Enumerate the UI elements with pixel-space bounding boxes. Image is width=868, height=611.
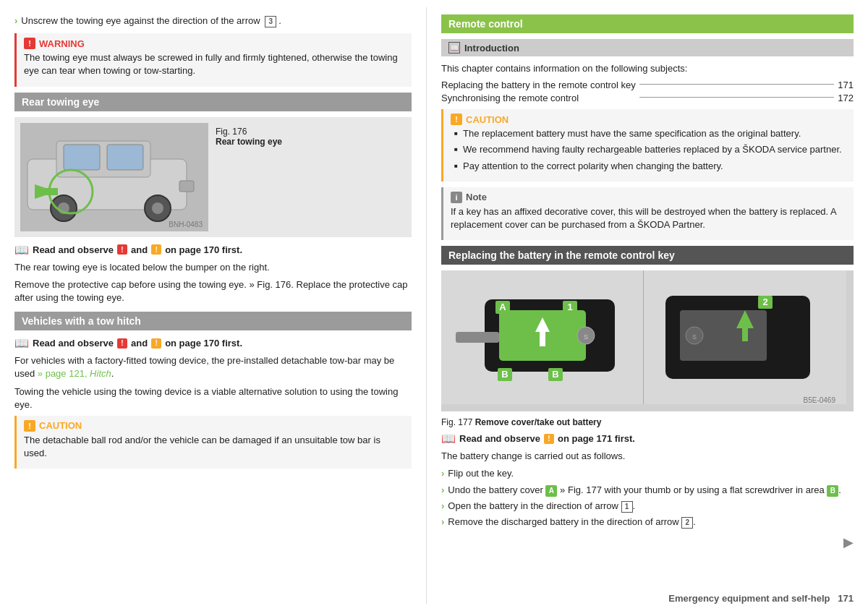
rear-towing-header: Rear towing eye: [14, 93, 412, 111]
note-title-right: i Note: [451, 192, 846, 203]
note-text-right: If a key has an affixed decorative cover…: [451, 205, 846, 231]
step-arrow: ›: [14, 14, 17, 27]
intro-step-text: Unscrew the towing eye against the direc…: [21, 14, 281, 27]
svg-rect-3: [107, 145, 143, 170]
caution-text-left: The detachable ball rod and/or the vehic…: [24, 434, 404, 460]
warn-icon-inline-2: !: [117, 338, 127, 349]
caution-title-right: ! CAUTION: [451, 114, 846, 125]
fig-caption-box: Fig. 176 Rear towing eye: [216, 123, 282, 147]
tow-para2: Towing the vehicle using the towing devi…: [14, 385, 412, 411]
rear-para1: The rear towing eye is located below the…: [14, 261, 412, 274]
step-3: › Open the battery in the direction of a…: [441, 500, 854, 513]
intro-step: › Unscrew the towing eye against the dir…: [14, 14, 412, 27]
fig-label: Fig. 176: [216, 127, 282, 137]
svg-text:B: B: [552, 369, 558, 380]
svg-text:B: B: [501, 369, 508, 380]
rear-towing-image-box: BNH-0483 Fig. 176 Rear towing eye: [14, 117, 412, 237]
caution-box-left: ! CAUTION The detachable ball rod and/or…: [14, 416, 412, 469]
book-intro-icon: 📖: [448, 42, 460, 54]
key-diagram-svg: A 1 B B S: [441, 270, 846, 411]
step-arrow-2: ›: [441, 484, 444, 497]
caution-icon-inline-3: !: [544, 434, 554, 444]
image-ref-left: BNH-0483: [166, 219, 205, 230]
svg-rect-2: [64, 145, 100, 170]
toc-dots-0: [639, 84, 834, 85]
car-image-container: BNH-0483: [20, 123, 208, 231]
caution-box-right: ! CAUTION The replacement battery must h…: [441, 109, 854, 181]
replacing-battery-header: Replacing the battery in the remote cont…: [441, 246, 854, 265]
warning-text: The towing eye must always be screwed in…: [24, 51, 404, 77]
toc-dots-1: [639, 97, 834, 98]
step-arrow-1: ›: [441, 467, 444, 480]
toc-list: Replacing the battery in the remote cont…: [441, 80, 854, 103]
num-badge: 3: [265, 16, 276, 27]
left-column: › Unscrew the towing eye against the dir…: [0, 7, 427, 604]
tow-para1: For vehicles with a factory-fitted towin…: [14, 354, 412, 380]
rear-para2: Remove the protective cap before using t…: [14, 278, 412, 304]
toc-entry-1: Synchronising the remote control 172: [441, 93, 854, 103]
step-2-text: Undo the battery cover A » Fig. 177 with…: [448, 484, 841, 497]
fig-caption: Rear towing eye: [216, 137, 282, 147]
caution-icon-left: !: [24, 420, 35, 432]
toc-label-0: Replacing the battery in the remote cont…: [441, 80, 636, 90]
note-box-right: i Note If a key has an affixed decorativ…: [441, 187, 854, 240]
label-A: A: [545, 485, 557, 497]
book-icon-2: 📖: [14, 336, 29, 350]
introduction-header: 📖 Introduction: [441, 39, 854, 56]
toc-page-0: 171: [838, 80, 854, 90]
toc-label-1: Synchronising the remote control: [441, 93, 636, 103]
svg-text:A: A: [499, 302, 506, 312]
svg-text:1: 1: [567, 302, 572, 312]
tow-hitch-header: Vehicles with a tow hitch: [14, 312, 412, 330]
caution-bullet-2: Pay attention to the correct polarity wh…: [454, 160, 846, 173]
toc-page-1: 172: [838, 93, 854, 103]
car-svg: [20, 123, 208, 231]
next-arrow-container: ▶: [441, 534, 854, 550]
book-icon-1: 📖: [14, 243, 29, 257]
label-2: 2: [681, 517, 693, 529]
caution-bullets-right: The replacement battery must have the sa…: [451, 127, 846, 173]
fig177-caption-text: Remove cover/take out battery: [475, 417, 602, 427]
svg-rect-17: [540, 332, 545, 346]
next-page-arrow-icon: ▶: [843, 534, 854, 550]
step-1: › Flip out the key.: [441, 467, 854, 480]
svg-text:S: S: [584, 333, 588, 341]
caution-bullet-1: We recommend having faulty rechargeable …: [454, 143, 846, 156]
svg-text:S: S: [692, 333, 697, 341]
warning-title: ! WARNING: [24, 38, 404, 49]
step-3-text: Open the battery in the direction of arr…: [448, 500, 635, 513]
caution-icon-inline-1: !: [151, 244, 161, 255]
toc-entry-0: Replacing the battery in the remote cont…: [441, 80, 854, 90]
caution-icon-right: !: [451, 114, 462, 125]
step-4: › Remove the discharged battery in the d…: [441, 516, 854, 529]
read-observe-3: 📖 Read and observe ! on page 171 first.: [441, 432, 854, 445]
svg-rect-15: [456, 332, 499, 343]
caution-icon-inline-2: !: [151, 338, 161, 349]
label-B1: B: [827, 485, 838, 497]
caution-title-left: ! CAUTION: [24, 420, 404, 432]
step-2: › Undo the battery cover A » Fig. 177 wi…: [441, 484, 854, 497]
right-column: Remote control 📖 Introduction This chapt…: [427, 7, 868, 604]
fig177-caption-box: Fig. 177 Remove cover/take out battery: [441, 417, 854, 427]
step-4-text: Remove the discharged battery in the dir…: [448, 516, 696, 529]
label-1: 1: [621, 501, 633, 513]
warning-icon: !: [24, 38, 35, 49]
svg-rect-11: [35, 188, 58, 195]
step-arrow-4: ›: [441, 516, 444, 529]
read-observe-2: 📖 Read and observe ! and ! on page 170 f…: [14, 336, 412, 350]
key-image-container: A 1 B B S: [441, 270, 854, 411]
svg-text:2: 2: [762, 296, 767, 307]
warning-box: ! WARNING The towing eye must always be …: [14, 33, 412, 86]
step-1-text: Flip out the key.: [448, 467, 514, 480]
book-icon-3: 📖: [441, 432, 456, 445]
battery-intro: The battery change is carried out as fol…: [441, 450, 854, 463]
note-icon-right: i: [451, 192, 462, 203]
read-observe-1: 📖 Read and observe ! and ! on page 170 f…: [14, 243, 412, 257]
svg-rect-8: [179, 181, 194, 192]
svg-point-7: [152, 202, 163, 214]
warn-icon-inline-1: !: [117, 244, 127, 255]
intro-text: This chapter contains information on the…: [441, 62, 854, 75]
step-arrow-3: ›: [441, 500, 444, 513]
remote-control-header: Remote control: [441, 14, 854, 33]
caution-bullet-0: The replacement battery must have the sa…: [454, 127, 846, 140]
